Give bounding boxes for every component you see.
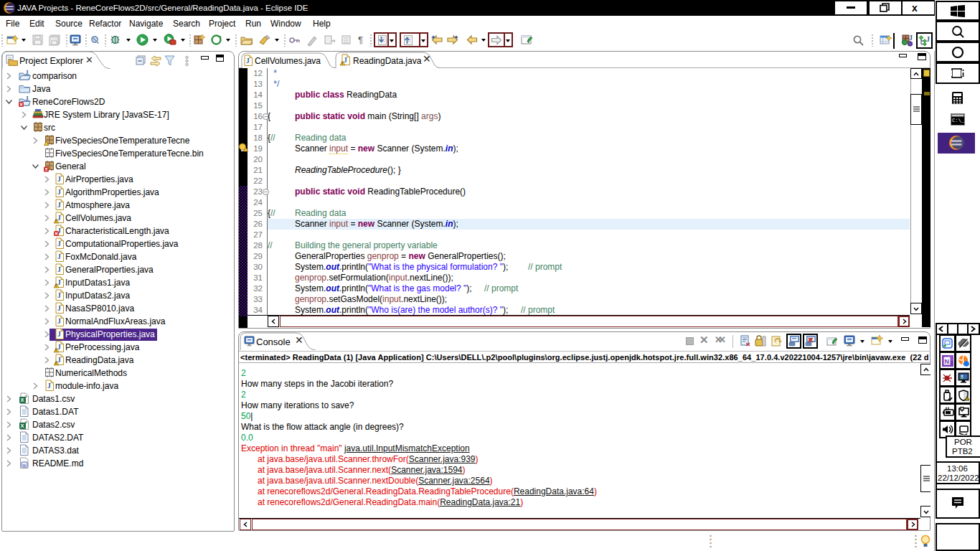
svg-text:!: ! [55,348,57,352]
svg-text:J: J [57,318,61,325]
svg-text:J: J [57,357,61,364]
svg-text:J: J [57,189,61,196]
svg-text:!: ! [55,283,57,288]
svg-text:J: J [57,279,61,286]
svg-text:!: ! [55,219,57,223]
svg-text:!: ! [55,361,57,365]
svg-text:C:\_: C:\_ [952,118,965,123]
svg-text:X: X [21,423,24,429]
svg-text:J: J [246,57,250,65]
svg-text:J: J [909,34,913,42]
svg-text:J: J [26,70,29,76]
svg-text:N: N [945,358,950,365]
svg-text:w: w [23,462,27,467]
svg-text:!: ! [341,61,343,65]
svg-text:J: J [57,292,61,299]
svg-text:J: J [47,382,51,390]
svg-text:J: J [57,176,61,183]
svg-text:J: J [57,215,61,222]
svg-text:J: J [926,35,930,43]
svg-text:J: J [26,95,29,102]
svg-text:J: J [57,240,61,248]
svg-text:J: J [57,344,61,351]
svg-text:J: J [57,202,61,209]
svg-text:X: X [21,397,24,403]
svg-text:J: J [344,57,347,64]
svg-text:J: J [57,331,61,338]
svg-text:J: J [57,266,61,273]
svg-text:J: J [57,305,61,312]
svg-text:J: J [57,253,61,260]
